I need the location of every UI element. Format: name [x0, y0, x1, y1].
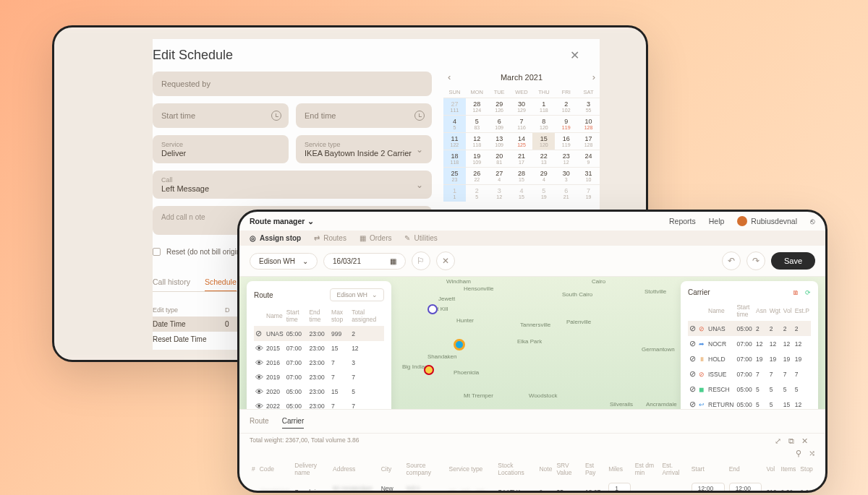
calendar-day[interactable]: 2213 [532, 150, 555, 167]
end-time-field[interactable]: End time [296, 103, 432, 128]
grid-header[interactable]: Code [258, 458, 293, 480]
grid-header[interactable]: Miles [606, 458, 632, 480]
calendar-day[interactable]: 28124 [466, 98, 488, 115]
calendar-day[interactable]: 294 [532, 167, 555, 184]
start-time-field[interactable]: Start time [153, 103, 289, 128]
calendar-day[interactable]: 45 [443, 115, 466, 132]
carrier-row[interactable]: ⊘⊘ISSUE07:007777 [688, 366, 811, 382]
app-title[interactable]: Route manager ⌄ [250, 217, 314, 225]
route-row[interactable]: 👁202205:0023:0077 [254, 399, 384, 410]
logout-icon[interactable]: ⎋ [810, 217, 815, 225]
grid-header[interactable]: Note [537, 458, 554, 480]
calendar-day[interactable]: 6109 [488, 115, 511, 132]
calendar-day[interactable]: 8120 [532, 115, 555, 132]
grid-header[interactable]: # [250, 458, 258, 480]
undo-button[interactable]: ↶ [722, 251, 741, 270]
calendar-day[interactable]: 29126 [488, 98, 511, 115]
grid-header[interactable]: Est. Arrival [660, 458, 689, 480]
map-pin[interactable] [427, 304, 438, 314]
route-row[interactable]: 👁201907:0023:0077 [254, 370, 384, 384]
calendar-day[interactable]: 7116 [511, 115, 533, 132]
date-select[interactable]: 16/03/21▦ [323, 253, 406, 270]
calendar-day[interactable]: 2102 [555, 98, 577, 115]
carrier-row[interactable]: ⊘◼RESCH05:005555 [688, 382, 811, 397]
calendar-day[interactable]: 312 [488, 184, 511, 202]
carrier-row[interactable]: ⊘⏸HOLD07:0019191919 [688, 351, 811, 366]
calendar-day[interactable]: 2523 [443, 167, 466, 184]
help-link[interactable]: Help [709, 217, 725, 225]
calendar-day[interactable]: 274 [488, 167, 511, 184]
route-row[interactable]: ⊘UNAS05:0023:009992 [254, 326, 384, 341]
add-icon[interactable]: 🗎 [793, 289, 799, 296]
grid-header[interactable]: Start [689, 458, 727, 480]
open-icon[interactable]: ⧉ [788, 436, 794, 446]
calendar-day[interactable]: 2815 [511, 167, 533, 184]
warehouse-select[interactable]: Edison WH⌄ [250, 253, 318, 270]
expand-icon[interactable]: ⤢ [775, 436, 781, 446]
grid-header[interactable]: End [727, 458, 765, 480]
refresh-icon[interactable]: ⟳ [805, 289, 811, 296]
calendar-day[interactable]: 27111 [443, 98, 466, 115]
calendar-day[interactable]: 25 [466, 184, 488, 202]
map-pin[interactable] [454, 339, 465, 350]
calendar-day[interactable]: 2081 [488, 150, 511, 167]
grid-header[interactable]: Stop [798, 458, 815, 480]
route-panel-select[interactable]: Edison WH ⌄ [330, 288, 384, 301]
reports-link[interactable]: Reports [669, 217, 696, 225]
tab-utilities[interactable]: ✎Utilities [404, 234, 437, 242]
grid-header[interactable]: Source company [404, 458, 447, 480]
tab-assign-stop[interactable]: ◎Assign stop [250, 234, 301, 242]
next-month-icon[interactable]: › [592, 72, 595, 82]
calendar-day[interactable]: 17128 [577, 132, 600, 150]
calendar-day[interactable]: 2312 [555, 150, 577, 167]
calendar-day[interactable]: 583 [466, 115, 488, 132]
save-button[interactable]: Save [771, 252, 815, 270]
tab-routes[interactable]: ⇄Routes [314, 234, 346, 242]
grid-header[interactable]: SRV Value [554, 458, 582, 480]
calendar-day[interactable]: 10128 [577, 115, 600, 132]
user-menu[interactable]: Rubiusdevnal [737, 216, 797, 226]
calendar-day[interactable]: 303 [555, 167, 577, 184]
grid-row[interactable]: 1380055306Sanabria60 Amsterdam aveNew Yo… [250, 480, 815, 493]
calendar-day[interactable]: 9119 [555, 115, 577, 132]
grid-header[interactable]: Address [331, 458, 379, 480]
service-type-field[interactable]: Service typeIKEA Baytown Inside 2 Carrie… [296, 135, 432, 163]
filter-button[interactable]: ⚐ [412, 251, 430, 270]
calendar-day[interactable]: 355 [577, 98, 600, 115]
close-icon[interactable]: ✕ [801, 436, 808, 446]
calendar-day[interactable]: 2622 [466, 167, 488, 184]
map[interactable]: WindhamHensonvilleJewettHunterTannersvil… [239, 276, 825, 410]
grid-header[interactable]: Service type [447, 458, 496, 480]
calendar-day[interactable]: 621 [555, 184, 577, 202]
calendar-day[interactable]: 15120 [532, 132, 555, 150]
carrier-row[interactable]: ⊘⊘UNAS05:002222 [688, 321, 811, 336]
carrier-row[interactable]: ⊘➦NOCR07:0012121212 [688, 336, 811, 351]
close-icon[interactable]: ✕ [570, 48, 579, 62]
calendar-day[interactable]: 18118 [443, 150, 466, 167]
grid-header[interactable]: Est dm min [633, 458, 660, 480]
calendar-day[interactable]: 2117 [511, 150, 533, 167]
service-field[interactable]: ServiceDeliver [153, 135, 289, 163]
tab-call-history[interactable]: Call history [153, 273, 190, 291]
calendar-day[interactable]: 13109 [488, 132, 511, 150]
carrier-row[interactable]: ⊘↩RETURN05:00551512 [688, 397, 811, 410]
route-row[interactable]: 👁201607:0023:0073 [254, 356, 384, 370]
grid-header[interactable]: Items [779, 458, 799, 480]
calendar-day[interactable]: 11122 [443, 132, 466, 150]
calendar-day[interactable]: 519 [532, 184, 555, 202]
calendar-day[interactable]: 30129 [511, 98, 533, 115]
calendar-day[interactable]: 719 [577, 184, 600, 202]
map-pin[interactable] [424, 365, 434, 375]
redo-button[interactable]: ↷ [746, 251, 765, 270]
grid-header[interactable]: Delivery name [292, 458, 331, 480]
prev-month-icon[interactable]: ‹ [448, 72, 451, 82]
clear-button[interactable]: ✕ [436, 251, 455, 270]
calendar-day[interactable]: 11 [443, 184, 466, 202]
requested-by-field[interactable]: Requested by [153, 72, 432, 96]
calendar-day[interactable]: 3110 [577, 167, 600, 184]
calendar-day[interactable]: 19109 [466, 150, 488, 167]
tab-orders[interactable]: ▦Orders [359, 234, 392, 242]
grid-header[interactable]: Stock Locations [495, 458, 537, 480]
grid-header[interactable]: City [379, 458, 404, 480]
tab-route[interactable]: Route [250, 414, 269, 429]
